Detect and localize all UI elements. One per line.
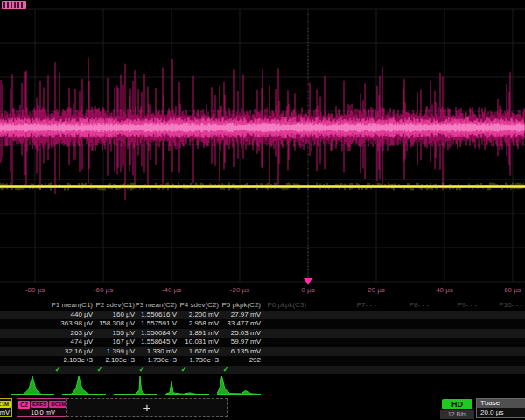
timebase-panel[interactable]: Tbase 20.0 µs	[476, 398, 525, 418]
measure-status-check: ✓	[133, 366, 150, 374]
plus-icon: +	[144, 400, 151, 415]
measure-value-cell: 263 µV	[14, 329, 93, 338]
measure-header-cell[interactable]: P1 mean(C1)	[14, 301, 93, 310]
measure-value-cell: 27.97 mV	[212, 311, 261, 319]
histicon	[10, 376, 54, 396]
channel-descriptor-c1[interactable]: DC1M 10.0 mV	[0, 398, 12, 417]
measure-header-cell[interactable]: P5 pkpk(C2)	[212, 301, 261, 310]
measure-header-cell[interactable]: P7- - -	[327, 301, 376, 310]
measure-value-cell: 6.135 mV	[212, 347, 261, 356]
c2-channel-label: C2	[18, 401, 30, 409]
channel-descriptor-c2[interactable]: C2 ERES DC1M 10.0 mV	[17, 398, 69, 417]
time-tick-label: 60 µs	[488, 286, 525, 294]
c2-scale-value: 10.0 mV	[18, 409, 68, 417]
timebase-title: Tbase	[477, 399, 525, 408]
measure-value-cell: 363.98 µV	[14, 319, 93, 328]
timebase-value: 20.0 µs	[477, 408, 525, 417]
c1-badge-row: DC1M	[0, 399, 11, 409]
histicon	[114, 376, 158, 396]
measure-value-cell: 2.103e+3	[14, 356, 93, 365]
time-tick-label: 40 µs	[420, 286, 469, 294]
measure-value-cell: 32.16 µV	[14, 347, 93, 356]
measure-value-cell: 59.97 mV	[212, 338, 261, 346]
measure-status-check: ✓	[91, 366, 108, 374]
c1-scale-value: 10.0 mV	[0, 409, 11, 417]
measure-status-check: ✓	[175, 366, 192, 374]
measure-status-check: ✓	[49, 366, 66, 374]
measure-header-cell[interactable]: P10- - -	[473, 301, 522, 310]
measure-header-cell[interactable]: P6 pkpk(C3)	[257, 301, 306, 310]
time-tick-label: -20 µs	[215, 286, 264, 294]
histicon	[217, 376, 261, 396]
measure-header-cell[interactable]: P9- - -	[428, 301, 477, 310]
measure-header-cell[interactable]: P8- - -	[380, 301, 429, 310]
time-tick-label: -40 µs	[147, 286, 196, 294]
hd-mode-badge[interactable]: HD	[442, 399, 472, 410]
histicon	[62, 376, 106, 396]
measure-value-cell: 440 µV	[14, 311, 93, 319]
measure-value-cell: 25.03 mV	[212, 329, 261, 338]
resolution-chip: 12 Bits	[440, 410, 474, 419]
c1-coupling-badge: DC1M	[0, 401, 10, 408]
oscilloscope-screen: -100 µs-80 µs-60 µs-40 µs-20 µs0 µs20 µs…	[0, 0, 525, 420]
time-tick-label: -80 µs	[10, 286, 60, 294]
measure-value-cell: 33.477 mV	[212, 319, 261, 328]
time-tick-label: 20 µs	[352, 286, 401, 294]
measure-value-cell: 292	[212, 356, 261, 365]
c2-badge-row: C2 ERES DC1M	[18, 399, 68, 409]
c2-eres-badge: ERES	[31, 401, 48, 408]
histicon	[165, 376, 209, 396]
time-tick-label: 0 µs	[284, 286, 332, 294]
time-tick-label: -60 µs	[79, 286, 128, 294]
table-row-stripe	[0, 366, 525, 375]
measure-value-cell: 474 µV	[14, 338, 93, 346]
c2-coupling-badge: DC1M	[49, 401, 67, 408]
measure-status-check: ✓	[217, 366, 234, 374]
add-trace-button[interactable]: +	[66, 398, 228, 417]
trace-annotation-badge	[2, 1, 26, 9]
